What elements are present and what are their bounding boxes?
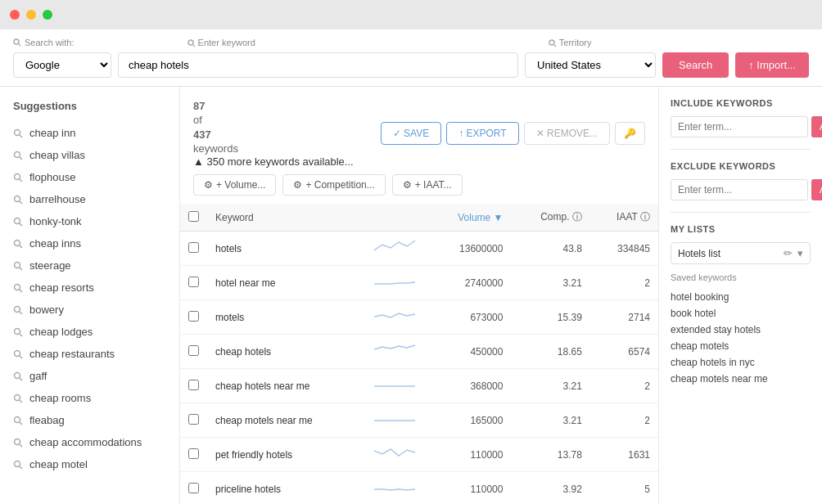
key-button[interactable]: 🔑: [615, 122, 645, 145]
sidebar-item[interactable]: cheap inn: [0, 122, 179, 144]
svg-line-15: [20, 223, 22, 226]
remove-button[interactable]: ✕ REMOVE...: [524, 122, 610, 145]
saved-keyword-item: hotel booking: [671, 289, 811, 305]
svg-point-22: [15, 306, 20, 312]
row-checkbox[interactable]: [188, 345, 199, 356]
keyword-cell: pet friendly hotels: [207, 438, 366, 472]
toolbar-labels: Search with: Enter keyword Territory: [13, 38, 809, 47]
my-lists-title: MY LISTS: [671, 224, 811, 234]
svg-line-1: [19, 44, 20, 46]
trend-chart: [366, 472, 427, 504]
sidebar-item[interactable]: cheap rooms: [0, 387, 179, 409]
filter-iaat-button[interactable]: ⚙ + IAAT...: [392, 174, 463, 196]
territory-select[interactable]: United States: [525, 52, 656, 78]
sidebar-item[interactable]: flophouse: [0, 166, 179, 188]
search-engine-select[interactable]: Google: [13, 52, 111, 78]
dot-red[interactable]: [10, 10, 20, 20]
filter-iaat-icon: ⚙: [403, 179, 412, 191]
sidebar-item[interactable]: gaff: [0, 365, 179, 387]
sidebar-item[interactable]: cheap resorts: [0, 277, 179, 299]
svg-point-14: [15, 218, 20, 223]
sidebar-item[interactable]: barrelhouse: [0, 188, 179, 210]
volume-cell: 13600000: [427, 232, 512, 266]
results-actions: ✓ SAVE ↑ EXPORT ✕ REMOVE... 🔑: [381, 122, 645, 145]
sidebar-item[interactable]: cheap restaurants: [0, 343, 179, 365]
sidebar-item[interactable]: steerage: [0, 254, 179, 277]
svg-line-9: [20, 157, 22, 160]
select-all-checkbox[interactable]: [188, 211, 199, 222]
sidebar-item[interactable]: cheap inns: [0, 232, 179, 254]
table-row: cheap hotels near me 368000 3.21 2: [180, 369, 658, 403]
row-checkbox[interactable]: [188, 242, 199, 253]
row-checkbox[interactable]: [188, 380, 199, 390]
exclude-add-button[interactable]: Add: [811, 179, 822, 200]
dot-green[interactable]: [43, 10, 52, 20]
keyword-input[interactable]: [118, 52, 518, 78]
svg-point-30: [15, 394, 20, 400]
sidebar-item[interactable]: cheap villas: [0, 144, 179, 166]
keyword-cell: hotel near me: [207, 266, 366, 300]
keyword-cell: motels: [207, 300, 366, 335]
keyword-cell: cheap hotels: [207, 335, 366, 369]
iaat-cell: 5: [590, 472, 658, 504]
sidebar-item[interactable]: cheap lodges: [0, 321, 179, 343]
row-checkbox[interactable]: [188, 414, 199, 425]
keyword-cell: hotels: [207, 232, 366, 266]
row-checkbox[interactable]: [188, 311, 199, 322]
sidebar-item[interactable]: honky-tonk: [0, 210, 179, 232]
iaat-cell: 2714: [590, 300, 658, 335]
row-checkbox[interactable]: [188, 483, 199, 493]
col-iaat[interactable]: IAAT ⓘ: [590, 204, 658, 232]
svg-point-16: [15, 240, 20, 245]
sidebar: Suggestions cheap inncheap villasflophou…: [0, 87, 180, 504]
table-row: cheap motels near me 165000 3.21 2: [180, 403, 658, 438]
export-button[interactable]: ↑ EXPORT: [446, 122, 518, 145]
filter-volume-button[interactable]: ⚙ + Volume...: [193, 174, 276, 196]
comp-cell: 13.78: [511, 438, 589, 472]
col-trend: [366, 204, 427, 232]
exclude-input[interactable]: [671, 179, 808, 200]
results-count: 87 of 437 keywords: [193, 100, 354, 155]
svg-line-7: [20, 135, 22, 137]
svg-point-18: [15, 262, 20, 268]
include-add-button[interactable]: Add: [811, 116, 822, 137]
svg-point-24: [15, 328, 20, 334]
search-button[interactable]: Search: [662, 52, 729, 78]
comp-cell: 3.21: [511, 369, 589, 403]
sidebar-item[interactable]: bowery: [0, 299, 179, 321]
edit-icon: ✏: [784, 247, 793, 259]
more-link[interactable]: ▲ 350 more keywords available...: [193, 155, 354, 168]
row-checkbox[interactable]: [188, 448, 199, 459]
sidebar-title: Suggestions: [0, 100, 179, 122]
trend-chart: [366, 300, 427, 335]
svg-line-23: [20, 312, 22, 314]
include-input[interactable]: [671, 116, 808, 137]
col-comp[interactable]: Comp. ⓘ: [511, 204, 589, 232]
filter-comp-button[interactable]: ⚙ + Competition...: [282, 174, 385, 196]
col-volume[interactable]: Volume ▼: [427, 204, 512, 232]
filter-comp-icon: ⚙: [293, 179, 302, 191]
sidebar-item[interactable]: cheap motel: [0, 453, 179, 475]
content: Suggestions cheap inncheap villasflophou…: [0, 87, 822, 504]
row-checkbox[interactable]: [188, 277, 199, 287]
exclude-title: EXCLUDE KEYWORDS: [671, 161, 811, 171]
svg-line-3: [193, 45, 195, 47]
dot-yellow[interactable]: [26, 10, 36, 20]
import-button[interactable]: ↑ Import...: [735, 52, 809, 78]
volume-cell: 673000: [427, 300, 512, 335]
save-button[interactable]: ✓ SAVE: [381, 122, 441, 145]
table-row: priceline hotels 110000 3.92 5: [180, 472, 658, 504]
trend-chart: [366, 232, 427, 266]
saved-keyword-item: cheap hotels in nyc: [671, 354, 811, 371]
sidebar-item[interactable]: fleabag: [0, 409, 179, 431]
comp-cell: 15.39: [511, 300, 589, 335]
table-row: motels 673000 15.39 2714: [180, 300, 658, 335]
table-row: pet friendly hotels 110000 13.78 1631: [180, 438, 658, 472]
saved-keyword-item: cheap motels near me: [671, 371, 811, 387]
svg-point-32: [15, 416, 20, 422]
panel-divider-1: [671, 149, 811, 150]
sidebar-item[interactable]: cheap accommodations: [0, 431, 179, 453]
iaat-cell: 6574: [590, 335, 658, 369]
list-selector[interactable]: Hotels list ✏ ▾: [671, 242, 811, 264]
keyword-label: Enter keyword: [187, 38, 255, 47]
